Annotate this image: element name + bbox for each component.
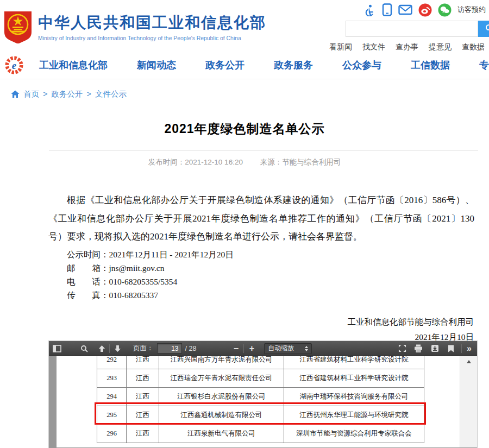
accessibility-icon[interactable] — [363, 4, 376, 16]
table-row: 293 江西 江西瑞金万年青水泥有限责任公司 江西省建筑材料工业科学研究设计院 — [97, 369, 424, 388]
table-cell: 江西银杉白水泥股份有限公司 — [159, 388, 284, 406]
header-search — [346, 21, 489, 37]
breadcrumb-gov-open[interactable]: 政务公开 — [51, 89, 83, 99]
nav-item-participation[interactable]: 公众参与 — [342, 59, 381, 72]
publish-time: 发布时间：2021-12-10 16:20 — [148, 158, 243, 166]
search-icon — [80, 345, 88, 352]
table-cell: 292 — [97, 356, 127, 369]
table-row: 294 江西 江西银杉白水泥股份有限公司 湖南中瑞环保科技咨询服务有限公司 — [97, 388, 424, 406]
table-cell: 江西 — [127, 425, 159, 443]
search-button[interactable] — [478, 21, 489, 37]
table-cell: 江西 — [127, 406, 159, 425]
table-cell: 江西抚州东华理工能源与环境研究院 — [284, 406, 424, 425]
table-cell: 296 — [97, 425, 127, 443]
more-tools-button[interactable]: » — [465, 343, 477, 355]
plus-icon: + — [249, 344, 254, 353]
pdf-scrollbar[interactable] — [460, 356, 477, 447]
next-page-button[interactable] — [112, 343, 122, 355]
pdf-page: 292 江西 江西兴国南方万年青水泥有限公司 江西省建筑材料工业科学研究设计院 … — [57, 356, 460, 447]
notice-period: 公示时间：2021年12月11日 - 2021年12月20日 — [67, 248, 234, 261]
table-cell: 江西 — [127, 388, 159, 406]
signature-department: 工业和信息化部节能与综合利用司 — [348, 314, 474, 330]
toolbar-separator — [243, 344, 244, 353]
nav-item-data[interactable]: 工信数据 — [411, 59, 450, 72]
bookmark-icon — [448, 345, 454, 352]
zoom-out-button[interactable]: − — [231, 343, 241, 355]
nav-item-news[interactable]: 新闻动态 — [137, 59, 176, 72]
page-count: / 28 — [185, 345, 197, 352]
quick-link-files[interactable]: 找文件 — [362, 42, 385, 52]
breadcrumb-home[interactable]: 首页 — [23, 89, 39, 99]
page-number-input[interactable] — [157, 343, 182, 354]
bookmark-button[interactable] — [446, 343, 456, 355]
quick-link-services[interactable]: 查办事 — [396, 42, 418, 52]
table-cell: 江西兴国南方万年青水泥有限公司 — [159, 356, 284, 369]
table-cell: 295 — [97, 406, 127, 425]
nav-item-gov-open[interactable]: 政务公开 — [205, 59, 244, 72]
mobile-icon[interactable] — [382, 3, 392, 16]
site-brand: 中华人民共和国工业和信息化部 Ministry of Industry and … — [3, 10, 266, 43]
page-label: 页面： — [133, 344, 154, 353]
sidebar-toggle-button[interactable] — [52, 343, 62, 355]
national-emblem-icon — [3, 10, 33, 43]
header-icon-row: 访客预约 — [346, 3, 489, 17]
site-titles: 中华人民共和国工业和信息化部 Ministry of Industry and … — [38, 12, 266, 41]
quick-links: 看新闻 找文件 查办事 提意见 查数据 — [346, 42, 489, 52]
quick-link-feedback[interactable]: 提意见 — [429, 42, 452, 52]
table-cell: 江西鑫通机械制造有限公司 — [159, 406, 284, 425]
nav-items: 工业和信息化部 新闻动态 政务公开 政务服务 公众参与 工信数据 专题 — [39, 59, 489, 72]
zoom-select[interactable]: 自动缩放 — [264, 343, 312, 354]
contact-email: 邮 箱：jns@miit.gov.cn — [67, 261, 234, 275]
nav-item-topics[interactable]: 专题 — [479, 59, 489, 72]
main-nav: e 工业和信息化部 新闻动态 政务公开 政务服务 公众参与 工信数据 专题 — [0, 52, 489, 79]
double-chevron-icon: » — [467, 344, 472, 354]
select-spinner-icon — [305, 346, 308, 351]
breadcrumb: 首页 > 政务公开 > 文件公示 — [0, 80, 489, 108]
article-meta: 发布时间：2021-12-10 16:20 来源：节能与综合利用司 — [0, 157, 489, 167]
source: 来源：节能与综合利用司 — [260, 158, 341, 166]
minus-icon: − — [234, 344, 239, 353]
table-row: 292 江西 江西兴国南方万年青水泥有限公司 江西省建筑材料工业科学研究设计院 — [97, 356, 424, 369]
table-cell: 江西省建筑材料工业科学研究设计院 — [284, 369, 424, 388]
zoom-select-value: 自动缩放 — [268, 344, 294, 353]
visitor-appointment-link[interactable]: 访客预约 — [457, 5, 486, 15]
nav-item-miit[interactable]: 工业和信息化部 — [39, 59, 108, 72]
toolbar-separator — [461, 344, 462, 353]
search-input[interactable] — [346, 21, 478, 37]
wechat-icon[interactable] — [438, 3, 452, 17]
arrow-up-icon — [98, 345, 105, 352]
table-cell: 293 — [97, 369, 127, 388]
title-divider — [49, 150, 478, 151]
table-cell: 江西瑞金万年青水泥有限责任公司 — [159, 369, 284, 388]
scroll-up-icon — [467, 360, 471, 363]
zoom-in-button[interactable]: + — [247, 343, 256, 355]
nav-item-gov-service[interactable]: 政务服务 — [274, 59, 313, 72]
signature-block: 工业和信息化部节能与综合利用司 2021年12月10日 — [348, 314, 474, 345]
miit-logo-icon: e — [4, 55, 24, 75]
breadcrumb-separator: > — [86, 90, 91, 98]
download-button[interactable] — [430, 343, 440, 355]
sidebar-icon — [53, 345, 61, 352]
site-title-cn: 中华人民共和国工业和信息化部 — [38, 12, 266, 33]
quick-link-news[interactable]: 看新闻 — [329, 42, 352, 52]
mail-icon[interactable] — [398, 4, 412, 15]
quick-link-data[interactable]: 查数据 — [462, 42, 485, 52]
presentation-mode-button[interactable] — [397, 343, 407, 355]
header-utilities: 访客预约 看新闻 找文件 查办事 提意见 查数据 — [346, 3, 489, 52]
print-button[interactable] — [413, 343, 423, 355]
find-button[interactable] — [79, 343, 89, 355]
table-cell: 江西 — [127, 356, 159, 369]
table-row-highlighted: 295 江西 江西鑫通机械制造有限公司 江西抚州东华理工能源与环境研究院 — [97, 406, 424, 425]
table-cell: 江西泉新电气有限公司 — [159, 425, 284, 443]
table-cell: 江西省建筑材料工业科学研究设计院 — [284, 356, 424, 369]
article-paragraph: 根据《工业和信息化部办公厅关于开展绿色制造体系建设的通知》（工信厅节函〔2016… — [48, 191, 474, 246]
page-title: 2021年度绿色制造名单公示 — [0, 121, 489, 137]
weibo-icon[interactable] — [418, 3, 432, 17]
contact-fax: 传 真：010-68205337 — [67, 288, 234, 302]
previous-page-button[interactable] — [97, 343, 106, 355]
pdf-viewer: 页面： / 28 − + 自动缩放 » — [49, 341, 477, 448]
breadcrumb-separator: > — [43, 90, 47, 98]
site-header: 中华人民共和国工业和信息化部 Ministry of Industry and … — [0, 0, 489, 52]
toolbar-separator — [109, 344, 110, 353]
breadcrumb-current: 文件公示 — [95, 89, 127, 99]
